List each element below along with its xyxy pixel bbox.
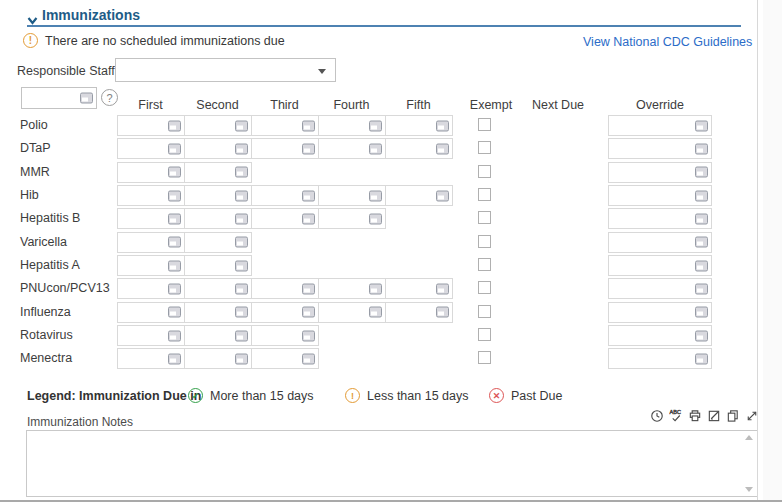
- override-date-field[interactable]: [608, 255, 712, 276]
- section-header[interactable]: Immunizations: [27, 7, 140, 23]
- calendar-icon[interactable]: [302, 213, 315, 224]
- textarea-scroll-up-icon[interactable]: [745, 435, 753, 440]
- calendar-icon[interactable]: [235, 190, 248, 201]
- calendar-icon[interactable]: [695, 260, 708, 271]
- override-date-field[interactable]: [608, 278, 712, 299]
- override-date-field[interactable]: [608, 185, 712, 206]
- dose-date-field[interactable]: [385, 278, 453, 299]
- exempt-checkbox[interactable]: [478, 141, 491, 154]
- dose-date-field[interactable]: [251, 325, 319, 346]
- calendar-icon[interactable]: [695, 143, 708, 154]
- calendar-icon[interactable]: [235, 213, 248, 224]
- calendar-icon[interactable]: [235, 167, 248, 178]
- dose-date-field[interactable]: [117, 185, 185, 206]
- calendar-icon[interactable]: [302, 190, 315, 201]
- exempt-checkbox[interactable]: [478, 328, 491, 341]
- calendar-icon[interactable]: [302, 120, 315, 131]
- dose-date-field[interactable]: [184, 278, 252, 299]
- calendar-icon[interactable]: [695, 330, 708, 341]
- calendar-icon[interactable]: [695, 283, 708, 294]
- dose-date-field[interactable]: [184, 348, 252, 369]
- chevron-down-icon[interactable]: [27, 11, 38, 20]
- calendar-icon[interactable]: [168, 143, 181, 154]
- calendar-icon[interactable]: [695, 307, 708, 318]
- dose-date-field[interactable]: [117, 325, 185, 346]
- dose-date-field[interactable]: [251, 348, 319, 369]
- spellcheck-icon[interactable]: ABC: [669, 408, 683, 423]
- calendar-icon[interactable]: [302, 353, 315, 364]
- exempt-checkbox[interactable]: [478, 211, 491, 224]
- dose-date-field[interactable]: [318, 138, 386, 159]
- calendar-icon[interactable]: [436, 143, 449, 154]
- calendar-icon[interactable]: [168, 353, 181, 364]
- calendar-icon[interactable]: [695, 190, 708, 201]
- dose-date-field[interactable]: [184, 325, 252, 346]
- dose-date-field[interactable]: [251, 208, 319, 229]
- clock-icon[interactable]: [650, 408, 664, 423]
- dose-date-field[interactable]: [117, 162, 185, 183]
- calendar-icon[interactable]: [695, 353, 708, 364]
- override-date-field[interactable]: [608, 325, 712, 346]
- override-date-field[interactable]: [608, 162, 712, 183]
- calendar-icon[interactable]: [302, 283, 315, 294]
- exempt-checkbox[interactable]: [478, 305, 491, 318]
- calendar-icon[interactable]: [235, 143, 248, 154]
- dose-date-field[interactable]: [318, 302, 386, 323]
- dose-date-field[interactable]: [385, 138, 453, 159]
- dose-date-field[interactable]: [318, 185, 386, 206]
- dose-date-field[interactable]: [117, 208, 185, 229]
- dose-date-field[interactable]: [184, 115, 252, 136]
- override-date-field[interactable]: [608, 115, 712, 136]
- calendar-icon[interactable]: [695, 237, 708, 248]
- calendar-icon[interactable]: [235, 120, 248, 131]
- calendar-icon[interactable]: [369, 307, 382, 318]
- calendar-icon[interactable]: [235, 260, 248, 271]
- calendar-icon[interactable]: [436, 190, 449, 201]
- dose-date-field[interactable]: [385, 115, 453, 136]
- calendar-icon[interactable]: [168, 283, 181, 294]
- exempt-checkbox[interactable]: [478, 118, 491, 131]
- exempt-checkbox[interactable]: [478, 281, 491, 294]
- cdc-guidelines-link[interactable]: View National CDC Guidelines: [583, 35, 752, 49]
- override-date-field[interactable]: [608, 348, 712, 369]
- exempt-checkbox[interactable]: [478, 258, 491, 271]
- calendar-icon[interactable]: [235, 353, 248, 364]
- dose-date-field[interactable]: [117, 348, 185, 369]
- dose-date-field[interactable]: [184, 138, 252, 159]
- dose-date-field[interactable]: [184, 255, 252, 276]
- calendar-icon[interactable]: [168, 167, 181, 178]
- dose-date-field[interactable]: [251, 278, 319, 299]
- print-icon[interactable]: [688, 408, 702, 423]
- calendar-icon[interactable]: [168, 213, 181, 224]
- dose-date-field[interactable]: [184, 185, 252, 206]
- calendar-icon[interactable]: [436, 307, 449, 318]
- immunization-notes-textarea[interactable]: [26, 430, 758, 497]
- edit-icon[interactable]: [707, 408, 721, 423]
- calendar-icon[interactable]: [235, 237, 248, 248]
- exempt-checkbox[interactable]: [478, 165, 491, 178]
- exempt-checkbox[interactable]: [478, 188, 491, 201]
- calendar-icon[interactable]: [369, 120, 382, 131]
- calendar-icon[interactable]: [235, 330, 248, 341]
- dose-date-field[interactable]: [117, 138, 185, 159]
- calendar-icon[interactable]: [168, 260, 181, 271]
- dose-date-field[interactable]: [117, 115, 185, 136]
- calendar-icon[interactable]: [168, 120, 181, 131]
- calendar-icon[interactable]: [695, 213, 708, 224]
- calendar-icon[interactable]: [369, 190, 382, 201]
- dose-date-field[interactable]: [117, 232, 185, 253]
- dose-date-field[interactable]: [385, 302, 453, 323]
- dose-date-field[interactable]: [318, 208, 386, 229]
- calendar-icon[interactable]: [168, 330, 181, 341]
- calendar-icon[interactable]: [369, 143, 382, 154]
- calendar-icon[interactable]: [436, 283, 449, 294]
- dose-date-field[interactable]: [117, 255, 185, 276]
- override-date-field[interactable]: [608, 208, 712, 229]
- dose-date-field[interactable]: [117, 302, 185, 323]
- responsible-staff-select[interactable]: [115, 58, 336, 82]
- dose-date-field[interactable]: [251, 115, 319, 136]
- calendar-icon[interactable]: [235, 307, 248, 318]
- dose-date-field[interactable]: [251, 138, 319, 159]
- vertical-scrollbar[interactable]: [763, 0, 782, 500]
- dose-date-field[interactable]: [251, 185, 319, 206]
